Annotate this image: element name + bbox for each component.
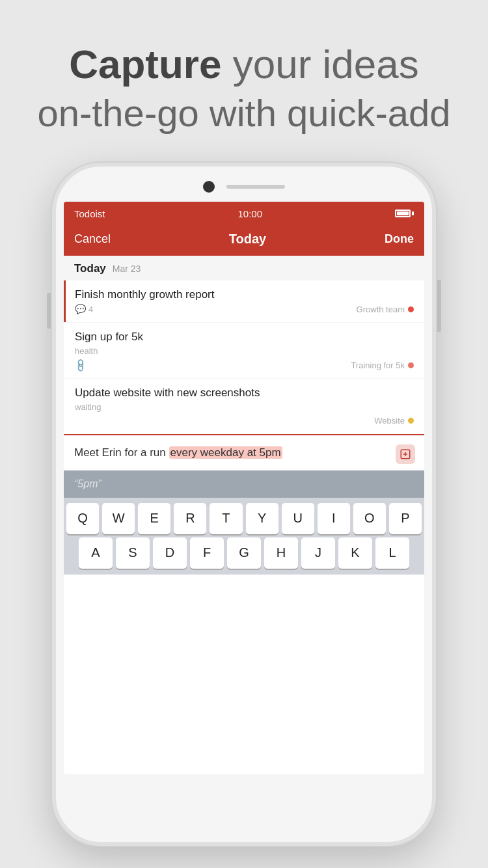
headline: Capture your ideas on-the-go with quick-…: [18, 39, 470, 137]
phone-side-button-right: [437, 280, 441, 332]
section-title: Today: [74, 262, 106, 275]
smart-suggestion-text: “5pm”: [74, 478, 102, 489]
task-project: Training for 5k: [351, 360, 414, 370]
task-meta: 🔗 Training for 5k: [75, 360, 414, 370]
phone-speaker: [226, 185, 285, 189]
key-a[interactable]: A: [79, 537, 113, 569]
phone-side-button-left: [47, 293, 51, 329]
task-label: waiting: [75, 402, 414, 412]
task-title: Update website with new screenshots: [75, 387, 414, 400]
key-p[interactable]: P: [389, 503, 422, 534]
status-time: 10:00: [237, 208, 262, 219]
battery-tip: [412, 211, 414, 215]
key-h[interactable]: H: [264, 537, 298, 569]
phone-mockup: Todoist 10:00 Cancel Today Done: [52, 163, 436, 846]
project-name: Training for 5k: [351, 360, 405, 370]
key-u[interactable]: U: [282, 503, 314, 534]
key-d[interactable]: D: [153, 537, 187, 569]
cancel-button[interactable]: Cancel: [74, 232, 111, 246]
task-list: Today Mar 23 Finish monthly growth repor…: [64, 256, 424, 433]
task-meta: Website: [75, 416, 414, 426]
project-name: Website: [374, 416, 405, 426]
table-row[interactable]: Update website with new screenshots wait…: [64, 379, 424, 433]
key-g[interactable]: G: [227, 537, 261, 569]
done-button[interactable]: Done: [385, 232, 414, 246]
task-label: health: [75, 346, 414, 356]
task-meta: 💬 4 Growth team: [75, 304, 414, 314]
task-comments: 💬 4: [75, 304, 93, 314]
task-project: Website: [374, 416, 414, 426]
keyboard-row-1: Q W E R T Y U I O P: [66, 503, 422, 534]
navigation-bar: Cancel Today Done: [64, 225, 424, 256]
project-dot: [408, 418, 414, 424]
key-o[interactable]: O: [353, 503, 386, 534]
comment-icon: 💬: [75, 304, 86, 314]
smart-suggestion-bar[interactable]: “5pm”: [64, 470, 424, 498]
add-task-icon: [400, 448, 411, 460]
task-title: Finish monthly growth report: [75, 288, 414, 301]
section-date: Mar 23: [113, 264, 141, 274]
headline-rest: your ideas: [221, 42, 418, 87]
keyboard-row-2: A S D F G H J K L: [66, 537, 422, 569]
headline-line2: on-the-go with quick-add: [37, 90, 450, 137]
battery-indicator: [395, 210, 414, 217]
key-i[interactable]: I: [318, 503, 350, 534]
key-q[interactable]: Q: [66, 503, 99, 534]
project-dot: [408, 306, 414, 312]
status-bar: Todoist 10:00: [64, 202, 424, 225]
comment-count: 4: [88, 305, 93, 314]
app-name-label: Todoist: [74, 208, 105, 219]
battery-fill: [397, 211, 409, 215]
key-r[interactable]: R: [174, 503, 206, 534]
link-icon: 🔗: [73, 357, 88, 372]
key-e[interactable]: E: [138, 503, 170, 534]
task-title: Sign up for 5k: [75, 331, 414, 344]
section-header: Today Mar 23: [64, 256, 424, 280]
task-link: 🔗: [75, 360, 86, 370]
key-w[interactable]: W: [102, 503, 135, 534]
key-l[interactable]: L: [375, 537, 409, 569]
key-y[interactable]: Y: [246, 503, 278, 534]
key-s[interactable]: S: [116, 537, 150, 569]
key-j[interactable]: J: [301, 537, 335, 569]
nav-title: Today: [229, 232, 266, 247]
task-project: Growth team: [357, 305, 414, 314]
headline-bold: Capture: [69, 42, 221, 87]
quick-add-input[interactable]: Meet Erin for a run every weekday at 5pm: [64, 434, 424, 470]
highlighted-date: every weekday at 5pm: [169, 446, 282, 459]
quick-add-text: Meet Erin for a run every weekday at 5pm: [74, 444, 414, 461]
quick-add-text-before: Meet Erin for a run: [74, 446, 169, 459]
table-row[interactable]: Sign up for 5k health 🔗 Training for 5k: [64, 323, 424, 378]
app-screen: Todoist 10:00 Cancel Today Done: [64, 202, 424, 774]
battery-body: [395, 210, 411, 217]
table-row[interactable]: Finish monthly growth report 💬 4 Growth …: [64, 280, 424, 322]
phone-frame: Todoist 10:00 Cancel Today Done: [52, 163, 436, 846]
key-f[interactable]: F: [190, 537, 224, 569]
phone-top-bar: [56, 167, 432, 202]
project-name: Growth team: [357, 305, 405, 314]
quick-add-action-icon[interactable]: [396, 444, 415, 464]
key-t[interactable]: T: [210, 503, 242, 534]
key-k[interactable]: K: [338, 537, 372, 569]
keyboard: Q W E R T Y U I O P A S D F G H: [64, 498, 424, 575]
phone-camera: [203, 181, 215, 193]
project-dot: [408, 362, 414, 368]
